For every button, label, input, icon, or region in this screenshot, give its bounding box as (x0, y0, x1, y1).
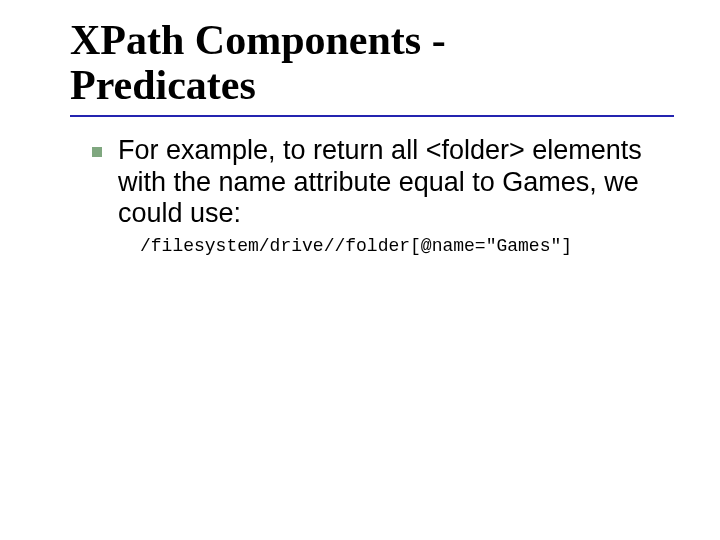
title-line-2: Predicates (70, 62, 256, 108)
code-example: /filesystem/drive//folder[@name="Games"] (140, 236, 672, 258)
title-line-1: XPath Components - (70, 17, 446, 63)
slide: XPath Components - Predicates For exampl… (0, 0, 720, 540)
slide-title: XPath Components - Predicates (70, 18, 672, 109)
square-bullet-icon (92, 147, 102, 157)
title-underline (70, 115, 674, 117)
bullet-item: For example, to return all <folder> elem… (92, 135, 672, 231)
slide-body: For example, to return all <folder> elem… (70, 135, 672, 258)
bullet-text: For example, to return all <folder> elem… (118, 135, 672, 231)
